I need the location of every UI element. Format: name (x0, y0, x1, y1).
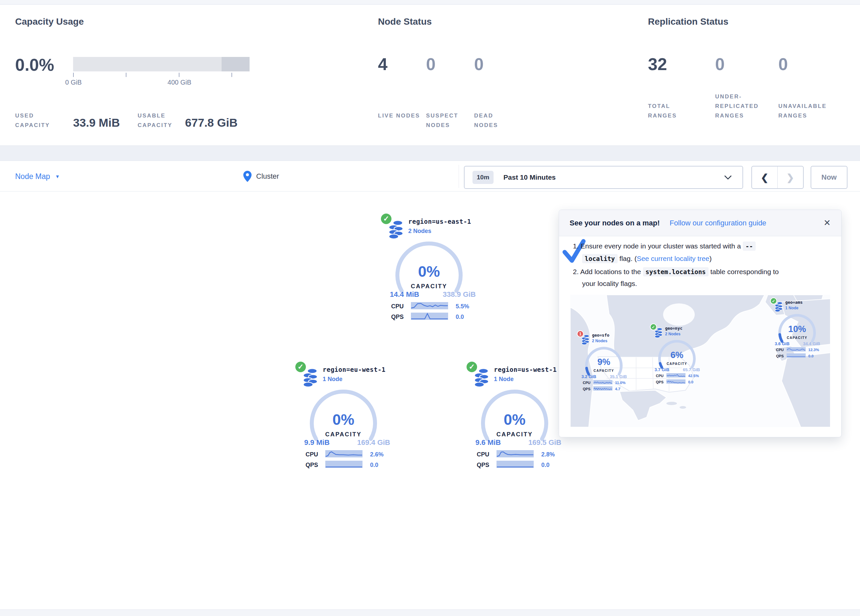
used-capacity-value: 33.9 MiB (73, 116, 120, 129)
mini-locality-card-ams[interactable]: ✓ geo=ams 1 Node 10% CAPACITY 3.6 GiB (769, 296, 825, 361)
capacity-bar-tail (221, 57, 250, 71)
gauge-capacity-label: CAPACITY (480, 431, 549, 438)
mini-locality-card-nyc[interactable]: ✓ geo=nyc 2 Nodes 6% CAPACITY 3.7 GiB (649, 323, 705, 387)
qps-sparkline (593, 386, 612, 390)
cpu-sparkline (411, 302, 448, 309)
popup-header: See your nodes on a map! Follow our conf… (559, 210, 841, 236)
qps-label: QPS (391, 313, 404, 320)
cpu-label: CPU (477, 451, 489, 458)
used-value: 3.6 GiB (775, 341, 789, 346)
configuration-guide-link[interactable]: Follow our configuration guide (670, 219, 766, 227)
now-button[interactable]: Now (811, 166, 847, 189)
cpu-value: 12.3% (808, 348, 819, 352)
axis-tick (179, 73, 179, 77)
step2-text: table corresponding to (710, 268, 779, 276)
capacity-bar (73, 57, 250, 71)
step1-text: ) (709, 255, 712, 262)
time-nav-group: ❮ ❯ (751, 166, 804, 189)
cpu-sparkline (496, 450, 534, 458)
capacity-percent: 0.0% (15, 55, 54, 75)
locality-card-eu-west-1[interactable]: ✓ region=eu-west-1 1 Node 0% CAPACITY 9.… (293, 359, 395, 472)
gauge-capacity-label: CAPACITY (657, 362, 697, 365)
time-next-button[interactable]: ❯ (778, 166, 804, 188)
suspect-nodes-label: SUSPECT NODES (426, 111, 471, 130)
close-icon[interactable]: ✕ (824, 218, 831, 228)
gauge-percent: 9% (584, 357, 624, 367)
used-value: 3.7 GiB (654, 367, 669, 372)
cpu-sparkline (666, 373, 686, 378)
gauge-percent: 0% (309, 411, 378, 428)
database-icon (774, 301, 783, 312)
qps-value: 0.0 (808, 354, 814, 358)
used-value: 3.2 GiB (581, 374, 596, 379)
gauge-percent: 6% (657, 350, 697, 361)
breadcrumb-label: Cluster (256, 172, 279, 181)
cpu-sparkline (786, 347, 806, 351)
locality-node-count[interactable]: 1 Node (494, 376, 514, 383)
qps-sparkline (496, 461, 534, 468)
locality-title: geo=ams (785, 300, 803, 305)
dead-nodes-value: 0 (474, 54, 484, 74)
locality-node-count[interactable]: 2 Nodes (408, 228, 431, 235)
database-icon (581, 334, 590, 345)
locality-title: region=us-west-1 (494, 366, 557, 373)
mini-map: 1 geo=sfo 2 Nodes 9% CAPACITY 3.2 GiB (570, 295, 830, 427)
gauge-capacity-label: CAPACITY (584, 369, 624, 373)
locality-title: geo=nyc (665, 326, 683, 331)
axis-tick-label: 400 GiB (160, 78, 199, 86)
qps-label: QPS (583, 387, 590, 391)
step2-text: your locality flags. (582, 280, 637, 287)
total-value: 65.7 GiB (672, 367, 700, 372)
locality-card-us-west-1[interactable]: ✓ region=us-west-1 1 Node 0% CAPACITY 9.… (464, 359, 566, 472)
locality-node-count: 2 Nodes (592, 339, 607, 343)
view-selector-label: Node Map (15, 172, 50, 181)
qps-value: 4.7 (615, 387, 620, 391)
gauge-capacity-label: CAPACITY (777, 336, 817, 340)
axis-tick (231, 73, 232, 77)
gauge-percent: 10% (777, 324, 817, 334)
live-nodes-label: LIVE NODES (378, 111, 421, 121)
qps-label: QPS (656, 380, 664, 384)
locality-flag-code: locality (582, 254, 618, 263)
qps-label: QPS (306, 462, 318, 469)
unavailable-value: 0 (778, 54, 788, 74)
locality-title: region=us-east-1 (408, 218, 471, 225)
gauge-capacity-label: CAPACITY (309, 431, 378, 438)
qps-label: QPS (477, 462, 489, 469)
section-gap (0, 146, 860, 161)
database-icon (387, 220, 404, 240)
qps-value: 0.0 (688, 380, 694, 384)
database-icon (301, 368, 319, 388)
time-range-select[interactable]: 10m Past 10 Minutes (464, 166, 743, 189)
footer-strip (0, 610, 860, 616)
locality-tree-link[interactable]: See current locality tree (637, 255, 709, 262)
total-value: 338.9 GiB (418, 290, 476, 299)
axis-tick (126, 73, 126, 77)
qps-sparkline (666, 379, 686, 384)
time-prev-button[interactable]: ❮ (752, 166, 778, 188)
map-toolbar: Node Map ▾ Cluster 10m Past 10 Minutes ❮… (0, 161, 860, 191)
locality-node-count[interactable]: 1 Node (323, 376, 342, 383)
used-value: 9.6 MiB (476, 438, 501, 447)
cpu-label: CPU (776, 348, 784, 352)
view-selector-dropdown[interactable]: Node Map ▾ (15, 161, 59, 192)
database-icon (654, 328, 663, 338)
qps-value: 0.0 (541, 462, 549, 469)
dead-nodes-label: DEAD NODES (474, 111, 517, 130)
total-value: 169.4 GiB (333, 438, 390, 447)
locality-card-us-east-1[interactable]: ✓ region=us-east-1 2 Nodes 0% CAPACITY 1… (379, 211, 481, 324)
gauge-percent: 0% (480, 411, 549, 428)
mini-locality-card-sfo[interactable]: 1 geo=sfo 2 Nodes 9% CAPACITY 3.2 GiB (576, 329, 632, 394)
popup-title: See your nodes on a map! (570, 219, 660, 227)
used-value: 14.4 MiB (390, 290, 419, 299)
breadcrumb[interactable]: Cluster (243, 161, 279, 192)
locality-node-count: 1 Node (785, 306, 799, 310)
cpu-value: 42.5% (688, 374, 699, 378)
unavailable-label: UNAVAILABLE RANGES (778, 101, 844, 121)
axis-tick (73, 73, 74, 77)
step1-text: flag. ( (619, 255, 637, 262)
gauge-percent: 0% (394, 263, 464, 281)
cpu-label: CPU (306, 451, 318, 458)
axis-tick-label: 0 GiB (54, 78, 93, 86)
used-value: 9.9 MiB (304, 438, 330, 447)
